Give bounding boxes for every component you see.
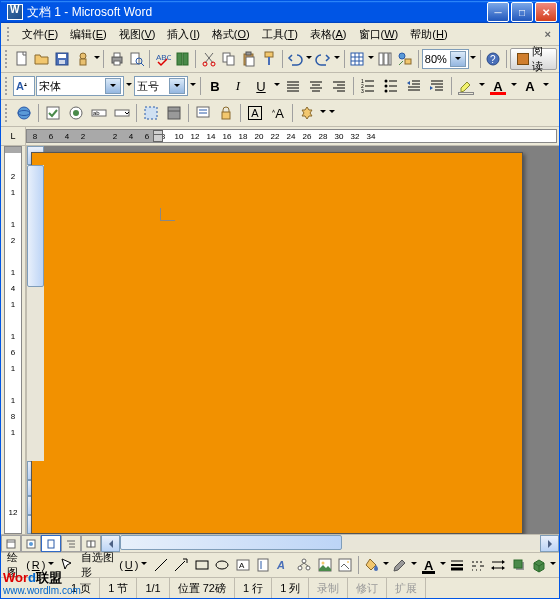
tools-button[interactable] — [296, 102, 318, 124]
insert-table-button[interactable] — [348, 48, 367, 70]
menu-view[interactable]: 视图(V) — [113, 25, 162, 44]
autoshapes-menu[interactable]: 自选图形(U) — [78, 550, 150, 580]
reading-layout-button[interactable]: 阅读 — [510, 48, 557, 70]
status-record[interactable]: 录制 — [309, 578, 348, 598]
horizontal-ruler[interactable]: L 8642246810121416182022242628303234 — [1, 127, 559, 146]
clipart-button[interactable] — [315, 554, 335, 576]
align-distribute-button[interactable] — [282, 75, 304, 97]
redo-button[interactable] — [314, 48, 333, 70]
minimize-button[interactable]: ─ — [487, 2, 509, 22]
diagram-button[interactable] — [295, 554, 315, 576]
align-right-button[interactable] — [328, 75, 350, 97]
copy-button[interactable] — [219, 48, 238, 70]
menu-file[interactable]: 文件(F) — [16, 25, 64, 44]
status-revision[interactable]: 修订 — [348, 578, 387, 598]
dropdown-field-button[interactable] — [111, 102, 133, 124]
hscroll-track[interactable] — [120, 535, 540, 550]
menu-format[interactable]: 格式(O) — [206, 25, 256, 44]
bold-button[interactable]: B — [204, 75, 226, 97]
columns-button[interactable] — [376, 48, 395, 70]
menu-help[interactable]: 帮助(H) — [404, 25, 453, 44]
menu-tools[interactable]: 工具(T) — [256, 25, 304, 44]
3d-button[interactable] — [529, 554, 549, 576]
tab-selector[interactable]: L — [1, 127, 26, 145]
wordart-button[interactable]: A — [274, 554, 294, 576]
status-extend[interactable]: 扩展 — [387, 578, 426, 598]
shadow-button[interactable] — [509, 554, 529, 576]
rectangle-button[interactable] — [192, 554, 212, 576]
menu-insert[interactable]: 插入(I) — [161, 25, 205, 44]
font-size-combo[interactable]: 五号 — [134, 76, 188, 96]
line-style-button[interactable] — [447, 554, 467, 576]
permission-dropdown[interactable] — [93, 56, 100, 62]
fill-color-dropdown[interactable] — [382, 562, 389, 568]
textbox-button[interactable]: A — [233, 554, 253, 576]
font-color-button[interactable]: A — [487, 75, 509, 97]
vertical-ruler[interactable]: 21121411611811216 — [1, 146, 26, 534]
hscroll-thumb[interactable] — [120, 535, 342, 550]
arrow-button[interactable] — [172, 554, 192, 576]
line-button[interactable] — [151, 554, 171, 576]
radio-button[interactable] — [65, 102, 87, 124]
page[interactable] — [31, 152, 523, 534]
zoom-combo[interactable]: 80% — [422, 49, 469, 69]
bullets-button[interactable] — [380, 75, 402, 97]
vertical-textbox-button[interactable] — [254, 554, 274, 576]
tools-dropdown[interactable] — [319, 110, 327, 116]
help-button[interactable]: ? — [484, 48, 503, 70]
menubar-grip[interactable] — [7, 27, 12, 41]
research-button[interactable] — [173, 48, 192, 70]
font-combo[interactable]: 宋体 — [36, 76, 124, 96]
close-button[interactable]: ✕ — [535, 2, 557, 22]
char-scaling-button[interactable]: ᴬA — [267, 102, 289, 124]
web-tools-button[interactable] — [13, 102, 35, 124]
fill-color-button[interactable] — [362, 554, 382, 576]
line-color-button[interactable] — [390, 554, 410, 576]
line-color-dropdown[interactable] — [411, 562, 418, 568]
protect-form-button[interactable] — [215, 102, 237, 124]
left-indent-marker[interactable] — [153, 134, 163, 142]
char-shading-button[interactable]: A — [519, 75, 541, 97]
highlight-button[interactable] — [455, 75, 477, 97]
drawing-toolbar-button[interactable] — [396, 48, 415, 70]
font-color-dropdown[interactable] — [510, 83, 518, 89]
spellcheck-button[interactable]: ABC — [153, 48, 172, 70]
redo-dropdown[interactable] — [334, 56, 341, 62]
undo-dropdown[interactable] — [306, 56, 313, 62]
scroll-thumb[interactable] — [27, 165, 44, 287]
cut-button[interactable] — [199, 48, 218, 70]
align-center-button[interactable] — [305, 75, 327, 97]
arrow-style-button[interactable] — [488, 554, 508, 576]
italic-button[interactable]: I — [227, 75, 249, 97]
insert-table-dropdown[interactable] — [368, 56, 375, 62]
text-field-button[interactable]: ab — [88, 102, 110, 124]
decrease-indent-button[interactable] — [403, 75, 425, 97]
scroll-right-button[interactable] — [540, 535, 559, 552]
paste-button[interactable] — [240, 48, 259, 70]
print-button[interactable] — [107, 48, 126, 70]
menu-edit[interactable]: 编辑(E) — [64, 25, 113, 44]
draw-overflow[interactable] — [550, 562, 557, 568]
doc-close-button[interactable]: × — [541, 28, 555, 40]
undo-button[interactable] — [286, 48, 305, 70]
format-painter-button[interactable] — [260, 48, 279, 70]
checkbox-button[interactable] — [42, 102, 64, 124]
open-button[interactable] — [33, 48, 52, 70]
dash-style-button[interactable] — [468, 554, 488, 576]
style-combo[interactable]: A⁴ — [13, 76, 35, 96]
oval-button[interactable] — [213, 554, 233, 576]
zoom-dropdown[interactable] — [470, 56, 477, 62]
insert-frame-button[interactable] — [140, 102, 162, 124]
highlight-dropdown[interactable] — [478, 83, 486, 89]
form-shading-button[interactable] — [163, 102, 185, 124]
toolbar-overflow[interactable] — [328, 110, 336, 116]
new-doc-button[interactable] — [13, 48, 32, 70]
scroll-track[interactable] — [27, 165, 44, 461]
toolbar-grip[interactable] — [5, 50, 10, 68]
reset-form-button[interactable] — [192, 102, 214, 124]
increase-indent-button[interactable] — [426, 75, 448, 97]
permission-button[interactable] — [73, 48, 92, 70]
toolbar-options[interactable] — [542, 83, 550, 89]
toolbar-grip-2[interactable] — [5, 77, 10, 95]
menu-window[interactable]: 窗口(W) — [353, 25, 405, 44]
